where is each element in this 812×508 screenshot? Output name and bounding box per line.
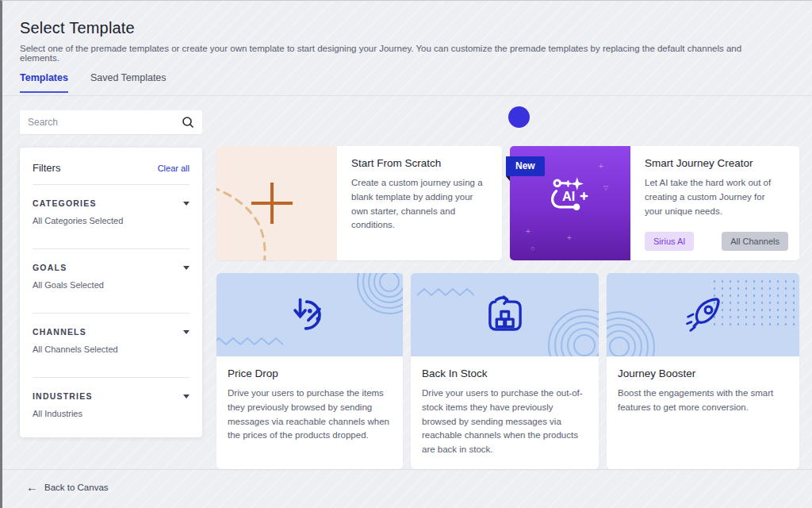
filter-group-value: All Goals Selected [33, 280, 190, 302]
sparkle-decoration: + [599, 162, 603, 171]
template-card-back-in-stock[interactable]: Back In Stock Drive your users to purcha… [411, 273, 599, 469]
tab-templates[interactable]: Templates [20, 72, 68, 93]
cursor-dot [508, 106, 530, 128]
plus-icon [251, 183, 293, 224]
search-box[interactable] [20, 110, 202, 134]
filter-panel: Filters Clear all CATEGORIES All Categor… [20, 148, 202, 437]
filter-group-value: All Categories Selected [33, 216, 190, 238]
back-in-stock-illustration [411, 273, 599, 356]
tab-saved-templates[interactable]: Saved Templates [90, 72, 167, 93]
concentric-circles-decoration [354, 273, 403, 318]
filter-group-channels-header[interactable]: CHANNELS [33, 327, 190, 337]
tab-bar: Templates Saved Templates [20, 72, 167, 93]
concentric-circles-decoration [607, 307, 659, 356]
card-title: Start From Scratch [351, 157, 488, 169]
circle-decoration: ○ [530, 244, 534, 252]
price-drop-illustration [216, 273, 403, 356]
filter-group-label: CATEGORIES [33, 198, 97, 208]
chevron-down-icon [183, 330, 190, 334]
filter-group-industries-header[interactable]: INDUSTRIES [33, 391, 190, 401]
back-to-canvas-label: Back to Canvas [44, 483, 109, 492]
template-card-smart-journey-creator[interactable]: New AI + ▽ + + ○ Smart Journey Creator L… [510, 146, 799, 260]
filter-group-label: CHANNELS [33, 327, 86, 337]
card-description: Let AI take the hard work out of creatin… [645, 176, 785, 218]
start-from-scratch-illustration [216, 146, 337, 260]
card-description: Create a custom journey using a blank te… [351, 176, 488, 233]
card-title: Journey Booster [618, 368, 788, 379]
filter-group-goals-header[interactable]: GOALS [33, 263, 190, 272]
journey-booster-illustration [607, 273, 799, 356]
page-description: Select one of the premade templates or c… [20, 44, 781, 63]
chevron-down-icon [183, 266, 190, 270]
filter-group-label: GOALS [33, 263, 67, 272]
sparkle-decoration: + [526, 227, 530, 236]
template-card-price-drop[interactable]: Price Drop Drive your users to purchase … [216, 273, 403, 469]
card-description: Boost the engagements with the smart fea… [618, 387, 788, 415]
new-badge: New [506, 156, 545, 176]
filters-title: Filters [33, 162, 60, 174]
triangle-decoration: ▽ [603, 184, 608, 191]
tag-sirius-ai: Sirius AI [645, 232, 694, 251]
card-title: Price Drop [228, 368, 392, 379]
filter-group-label: INDUSTRIES [33, 391, 93, 401]
card-title: Back In Stock [422, 368, 588, 379]
tabs-divider [2, 95, 812, 96]
zigzag-decoration [417, 286, 474, 298]
ai-sparkle-icon: AI [546, 173, 594, 219]
search-input[interactable] [28, 117, 182, 128]
template-card-start-from-scratch[interactable]: Start From Scratch Create a custom journ… [216, 146, 502, 260]
filter-group-channels: CHANNELS All Channels Selected [33, 314, 190, 378]
card-description: Drive your users to purchase the items t… [228, 387, 392, 443]
template-card-journey-booster[interactable]: Journey Booster Boost the engagements wi… [607, 273, 799, 469]
filter-group-categories-header[interactable]: CATEGORIES [33, 198, 190, 208]
search-icon[interactable] [182, 116, 194, 129]
filter-group-value: All Industries [33, 409, 190, 431]
back-in-stock-icon [484, 294, 527, 337]
page-title: Select Template [20, 19, 135, 37]
svg-text:AI: AI [562, 189, 575, 203]
zigzag-decoration [216, 335, 283, 348]
clear-all-link[interactable]: Clear all [158, 164, 190, 173]
footer-divider [2, 469, 812, 470]
chevron-down-icon [183, 202, 190, 206]
card-title: Smart Journey Creator [645, 157, 785, 169]
concentric-circles-decoration [546, 307, 599, 356]
sparkle-decoration: + [567, 233, 572, 242]
tag-all-channels: All Channels [722, 232, 788, 251]
price-drop-icon [289, 294, 331, 336]
chevron-down-icon [183, 394, 190, 398]
filter-group-categories: CATEGORIES All Categories Selected [33, 185, 190, 249]
rocket-icon [681, 293, 726, 337]
filter-group-industries: INDUSTRIES All Industries [33, 378, 190, 431]
back-arrow-icon: ← [26, 481, 38, 493]
card-description: Drive your users to purchase the out-of-… [422, 387, 588, 457]
filter-group-value: All Channels Selected [33, 344, 190, 367]
filter-group-goals: GOALS All Goals Selected [33, 249, 190, 314]
back-to-canvas-link[interactable]: ← Back to Canvas [26, 481, 109, 493]
